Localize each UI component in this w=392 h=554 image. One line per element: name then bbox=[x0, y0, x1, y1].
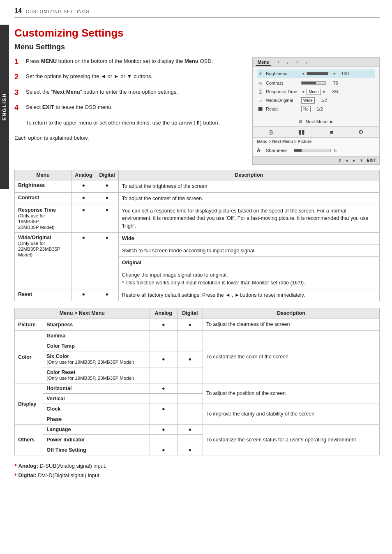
t1-digital-response: ● bbox=[96, 205, 118, 232]
t2-digital-horizontal bbox=[177, 383, 203, 394]
osd-sharpness-bar-track bbox=[294, 149, 331, 152]
t1-desc-reset: Restore all factory default settings. Pr… bbox=[118, 289, 379, 301]
osd-wide-value: 1/2 bbox=[317, 98, 327, 103]
table-row: Brightness ● ● To adjust the brightness … bbox=[15, 180, 380, 193]
osd-response-value: 3/4 bbox=[329, 89, 339, 94]
osd-response-arrow-right: ► bbox=[323, 90, 326, 94]
main-content: Customizing Settings Menu Settings 1 Pre… bbox=[14, 18, 380, 480]
step-1: 1 Press MENU button on the bottom of the… bbox=[14, 57, 244, 67]
t1-menu-brightness: Brightness bbox=[15, 180, 71, 193]
osd-brightness-arrow-left: ◄ bbox=[301, 72, 305, 76]
osd-tab-menu: Menu bbox=[256, 59, 271, 66]
osd-row-reset: ⬛ Reset No 1/2 bbox=[257, 106, 375, 112]
table1: Menu Analog Digital Description Brightne… bbox=[14, 170, 380, 301]
step-1-number: 1 bbox=[14, 57, 23, 67]
steps-list: 1 Press MENU button on the bottom of the… bbox=[14, 57, 244, 165]
osd-next-menu-row[interactable]: ⚙ Next Menu ► bbox=[253, 116, 379, 126]
t2-cat-picture: Picture bbox=[15, 319, 43, 331]
osd-brightness-arrow-right: ► bbox=[333, 72, 337, 76]
table2-header-analog: Analog bbox=[150, 308, 177, 319]
step-4-sub: To return to the upper menu or set other… bbox=[26, 119, 244, 127]
osd-icon-bars: ▮▮ bbox=[298, 129, 305, 135]
t2-item-phase: Phase bbox=[43, 414, 150, 425]
osd-image: Menu / / / / ☀ Brightness ◄ bbox=[252, 57, 380, 165]
osd-tab-3: / bbox=[286, 60, 290, 65]
t2-analog-vertical bbox=[150, 394, 177, 404]
t2-analog-sixcolor: ● bbox=[150, 351, 177, 367]
t2-analog-language: ● bbox=[150, 425, 177, 435]
osd-sharpness-row: A Sharpness 5 bbox=[257, 146, 375, 155]
osd-next-arrow: ► bbox=[329, 119, 334, 124]
t2-digital-gamma bbox=[177, 331, 203, 341]
t2-cat-others: Others bbox=[15, 425, 43, 455]
table2: Menu > Next Menu Analog Digital Descript… bbox=[14, 308, 380, 455]
table-row: Response Time(Only use for 19MB35P,23MB3… bbox=[15, 205, 380, 232]
t2-item-sixcolor: Six Color(Only use for 19MB35P, 23MB35P … bbox=[43, 351, 150, 367]
footer-digital-note: • Digital: DVI-D(Digital signal) input. bbox=[14, 471, 380, 480]
osd-nav-down: ▼ bbox=[360, 158, 364, 163]
table-row: Picture Sharpness ● ● To adjust the clea… bbox=[15, 319, 380, 331]
t1-menu-reset: Reset bbox=[15, 289, 71, 301]
osd-brightness-icon: ☀ bbox=[257, 70, 263, 77]
page-header-title: CUSTOMIZING SETTINGS bbox=[26, 9, 90, 14]
t2-digital-powerindicator bbox=[177, 435, 203, 445]
osd-wide-mode: Wide bbox=[301, 97, 315, 104]
osd-bottom-icons: ◎ ▮▮ ■ ⚙ bbox=[253, 126, 379, 137]
osd-menu-body: ☀ Brightness ◄ ► 100 ◎ bbox=[253, 67, 379, 116]
t2-item-offtime: Off Time Setting bbox=[43, 445, 150, 455]
t2-analog-powerindicator bbox=[150, 435, 177, 445]
step-1-text: Press MENU button on the bottom of the M… bbox=[26, 57, 213, 65]
osd-contrast-bar-track bbox=[301, 81, 326, 85]
t1-menu-contrast: Contrast bbox=[15, 192, 71, 205]
table-row: Display Horizontal ● To adjust the posit… bbox=[15, 383, 380, 394]
osd-response-icon: ⌛ bbox=[257, 88, 263, 95]
t1-analog-brightness: ● bbox=[71, 180, 96, 193]
t2-digital-clock bbox=[177, 404, 203, 414]
t1-digital-reset: ● bbox=[96, 289, 118, 301]
footer-notes: • Analog: D-SUB(Analog signal) input. • … bbox=[14, 461, 380, 480]
osd-reset-icon: ⬛ bbox=[257, 106, 263, 112]
t1-analog-reset: ● bbox=[71, 289, 96, 301]
table1-header-analog: Analog bbox=[71, 170, 96, 180]
sidebar: ENGLISH bbox=[0, 25, 9, 189]
t2-item-horizontal: Horizontal bbox=[43, 383, 150, 394]
osd-contrast-bar bbox=[301, 81, 326, 85]
step-4: 4 Select EXIT to leave the OSD menu. bbox=[14, 103, 244, 113]
osd-row-response: ⌛ Response Time ◄ Mode ► 3/4 bbox=[257, 88, 375, 95]
osd-row-contrast: ◎ Contrast 70 bbox=[257, 80, 375, 86]
section-title: Customizing Settings bbox=[14, 27, 380, 39]
t1-desc-contrast: To adjust the contrast of the screen. bbox=[118, 192, 379, 205]
osd-row-brightness: ☀ Brightness ◄ ► 100 bbox=[257, 69, 375, 78]
t1-desc-original-label: Original bbox=[118, 257, 379, 269]
osd-contrast-value: 70 bbox=[328, 81, 338, 85]
page-header: 14 CUSTOMIZING SETTINGS bbox=[14, 7, 380, 18]
t1-desc-wide: Switch to full screen mode according to … bbox=[118, 245, 379, 257]
t2-cat-display: Display bbox=[15, 383, 43, 425]
t2-digital-phase bbox=[177, 414, 203, 425]
osd-bottom-bar: ⬆ ◄ ► ▼ EXIT bbox=[253, 156, 379, 164]
footer-analog-text: Analog: D-SUB(Analog signal) input. bbox=[18, 461, 107, 471]
t2-desc-sharpness: To adjust the clearness of the screen bbox=[203, 319, 379, 331]
step-4-number: 4 bbox=[14, 103, 23, 113]
osd-picture-section: Menu > Next Menu > Picture A Sharpness 5 bbox=[253, 137, 379, 156]
osd-tab-2: / bbox=[276, 60, 281, 65]
osd-reset-value: 1/2 bbox=[313, 106, 323, 111]
t2-analog-colorreset bbox=[150, 367, 177, 383]
t2-analog-offtime: ● bbox=[150, 445, 177, 455]
t2-item-clock: Clock bbox=[43, 404, 150, 414]
osd-icon-square: ■ bbox=[330, 129, 333, 135]
t1-analog-contrast: ● bbox=[71, 192, 96, 205]
osd-brightness-bar-track bbox=[307, 72, 331, 75]
page-number: 14 bbox=[14, 7, 22, 15]
osd-container: Menu / / / / ☀ Brightness ◄ bbox=[252, 57, 380, 165]
osd-contrast-label: Contrast bbox=[266, 81, 299, 85]
osd-response-mode: Mode bbox=[307, 89, 321, 95]
osd-reset-label: Reset bbox=[266, 106, 299, 111]
table2-header-digital: Digital bbox=[177, 308, 203, 319]
t2-item-vertical: Vertical bbox=[43, 394, 150, 404]
t2-analog-phase bbox=[150, 414, 177, 425]
osd-tab-4: / bbox=[295, 60, 300, 65]
step-4-text: Select EXIT to leave the OSD menu. bbox=[26, 103, 113, 111]
table2-header-menu: Menu > Next Menu bbox=[15, 308, 150, 319]
osd-contrast-icon: ◎ bbox=[257, 80, 263, 86]
